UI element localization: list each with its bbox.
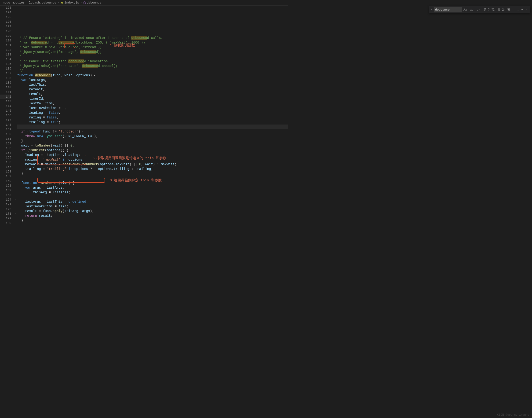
line-number: 124 <box>0 10 11 15</box>
fold-indicator <box>13 67 17 71</box>
code-line[interactable]: } <box>17 218 288 223</box>
fold-indicator <box>13 146 17 151</box>
fold-indicator <box>13 62 17 67</box>
fold-indicator <box>13 6 17 10</box>
code-line[interactable]: maxing = 'maxWait' in options; <box>17 157 288 162</box>
code-line[interactable]: lastInvokeTime = time; <box>17 204 288 209</box>
fold-indicator <box>13 113 17 118</box>
code-line[interactable] <box>17 176 288 181</box>
code-line[interactable]: maxing = false, <box>17 115 288 120</box>
chevron-right-icon: › <box>26 1 28 4</box>
code-content[interactable]: 1.接收回调函数 2.获取调用回调函数是传递来的 this 和参数 3.给回调函… <box>17 6 288 227</box>
line-number: 128 <box>0 29 11 34</box>
code-line[interactable]: * jQuery(window).on('popstate', debounce… <box>17 64 288 68</box>
line-number: 127 <box>0 24 11 29</box>
code-line[interactable]: function debounce(func, wait, options) { <box>17 73 288 78</box>
line-number: 181 <box>0 226 11 227</box>
line-number: 151 <box>0 137 11 141</box>
code-line[interactable]: * var debounced = _.debounce(batchLog, 2… <box>17 40 288 45</box>
breadcrumb-symbol[interactable]: debounce <box>87 1 101 4</box>
fold-indicator <box>13 81 17 85</box>
code-line[interactable]: * var source = new EventSource('/stream'… <box>17 45 288 50</box>
line-number: 162 <box>0 188 11 193</box>
fold-indicator[interactable]: > <box>13 212 17 216</box>
line-number: 154 <box>0 151 11 155</box>
line-number: 173 <box>0 212 11 216</box>
line-number: 153 <box>0 146 11 151</box>
code-line[interactable]: result, <box>17 92 288 96</box>
function-icon: ⬡ <box>83 1 86 5</box>
code-line[interactable]: maxWait = maxing ? nativeMax(toNumber(op… <box>17 162 288 167</box>
code-line[interactable]: trailing = 'trailing' in options ? !!opt… <box>17 167 288 171</box>
code-line[interactable]: } <box>17 139 288 143</box>
fold-indicator <box>13 141 17 146</box>
fold-indicator <box>13 127 17 132</box>
code-line[interactable]: * <box>17 54 288 59</box>
line-number: 180 <box>0 221 11 226</box>
fold-indicator <box>13 34 17 38</box>
code-line[interactable]: throw new TypeError(FUNC_ERROR_TEXT); <box>17 134 288 139</box>
code-line[interactable]: lastArgs = lastThis = undefined; <box>17 199 288 204</box>
code-line[interactable]: thisArg = lastThis; <box>17 190 288 195</box>
fold-indicator[interactable]: > <box>13 197 17 202</box>
line-number: 157 <box>0 165 11 169</box>
fold-indicator <box>13 169 17 174</box>
code-line[interactable]: lastInvokeTime = 0, <box>17 106 288 110</box>
code-line[interactable]: lastCallTime, <box>17 101 288 106</box>
code-line[interactable]: lastThis, <box>17 82 288 87</box>
fold-indicator <box>13 179 17 184</box>
fold-indicator <box>13 109 17 113</box>
line-number-gutter: 1231241251261271281291301311321331341351… <box>0 6 13 227</box>
js-file-icon: JS <box>60 1 63 4</box>
line-number: 161 <box>0 184 11 188</box>
code-line[interactable]: if (isObject(options)) { <box>17 148 288 153</box>
code-line[interactable]: trailing = true; <box>17 120 288 125</box>
code-line[interactable]: */ <box>17 68 288 73</box>
line-number: 152 <box>0 141 11 146</box>
line-number: 129 <box>0 34 11 38</box>
fold-indicator <box>13 48 17 52</box>
code-line[interactable] <box>17 223 288 227</box>
fold-indicator <box>13 184 17 188</box>
fold-indicator <box>13 221 17 226</box>
line-number: 138 <box>0 76 11 81</box>
code-line[interactable] <box>17 195 288 199</box>
fold-indicator <box>13 43 17 48</box>
code-line[interactable]: function invokeFunc(time) { <box>17 181 288 185</box>
code-line[interactable]: wait = toNumber(wait) || 0; <box>17 143 288 148</box>
breadcrumb-item[interactable]: node_modules <box>3 1 25 4</box>
fold-indicator <box>13 38 17 43</box>
line-number: 158 <box>0 169 11 174</box>
code-line[interactable]: var lastArgs, <box>17 78 288 82</box>
line-number: 137 <box>0 71 11 76</box>
code-line[interactable]: * jQuery(source).on('message', debounced… <box>17 50 288 54</box>
code-line[interactable]: var args = lastArgs, <box>17 185 288 190</box>
line-number: 172 <box>0 207 11 212</box>
code-line[interactable]: return result; <box>17 213 288 218</box>
code-line[interactable]: leading = !!options.leading; <box>17 153 288 157</box>
editor-area[interactable]: 1231241251261271281291301311321331341351… <box>0 6 288 227</box>
code-line[interactable]: } <box>17 171 288 176</box>
code-line[interactable] <box>17 125 288 129</box>
line-number: 163 <box>0 193 11 197</box>
code-line[interactable]: result = func.apply(thisArg, args); <box>17 209 288 213</box>
code-line[interactable]: * // Ensure `batchLog` is invoked once a… <box>17 35 288 40</box>
code-line[interactable]: * // Cancel the trailing debounced invoc… <box>17 59 288 64</box>
code-line[interactable]: leading = false, <box>17 110 288 115</box>
fold-indicator <box>13 132 17 137</box>
fold-indicator[interactable]: > <box>13 226 17 227</box>
chevron-right-icon: › <box>57 1 59 4</box>
code-line[interactable]: maxWait, <box>17 87 288 92</box>
breadcrumb-item[interactable]: lodash.debounce <box>29 1 56 4</box>
line-number: 179 <box>0 216 11 221</box>
fold-indicator <box>13 137 17 141</box>
fold-indicator <box>13 10 17 15</box>
line-number: 131 <box>0 43 11 48</box>
line-number: 149 <box>0 127 11 132</box>
code-line[interactable]: timerId, <box>17 96 288 101</box>
line-number: 148 <box>0 123 11 127</box>
breadcrumb-file[interactable]: index.js <box>64 1 79 4</box>
fold-indicator <box>13 99 17 104</box>
line-number: 155 <box>0 155 11 160</box>
code-line[interactable]: if (typeof func != 'function') { <box>17 129 288 134</box>
